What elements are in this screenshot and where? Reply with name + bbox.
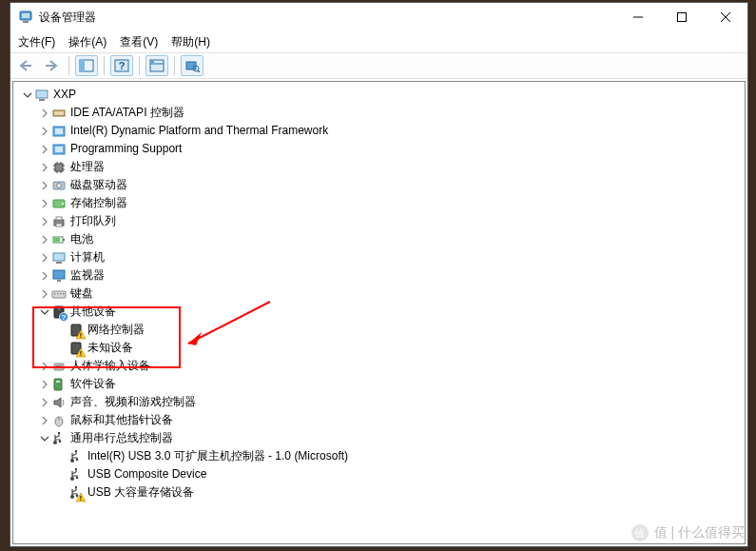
- menubar: 文件(F) 操作(A) 查看(V) 帮助(H): [10, 31, 747, 52]
- tree-item-network-controller[interactable]: ! 网络控制器: [17, 321, 745, 339]
- expand-icon[interactable]: [38, 414, 51, 427]
- tree-item[interactable]: 打印队列: [17, 212, 745, 230]
- disk-icon: [51, 178, 67, 193]
- device-tree[interactable]: XXP IDE ATA/ATAPI 控制器Intel(R) Dynamic Pl…: [13, 82, 745, 505]
- svg-text:!: !: [80, 495, 82, 502]
- hid-icon: [51, 359, 67, 374]
- expand-icon[interactable]: [38, 107, 51, 120]
- svg-rect-2: [23, 21, 29, 23]
- tree-item[interactable]: Programming Support: [17, 140, 745, 158]
- toolbar: ?: [10, 52, 747, 79]
- menu-help[interactable]: 帮助(H): [171, 34, 210, 50]
- expand-icon[interactable]: [38, 305, 51, 319]
- tree-root[interactable]: XXP: [17, 86, 745, 104]
- svg-text:?: ?: [119, 60, 126, 71]
- tree-item[interactable]: 鼠标和其他指针设备: [17, 411, 745, 429]
- expand-icon[interactable]: [38, 378, 51, 391]
- expand-icon[interactable]: [38, 269, 51, 283]
- svg-rect-68: [56, 381, 60, 383]
- tree-item[interactable]: Intel(R) Dynamic Platform and Thermal Fr…: [17, 122, 745, 140]
- window-title: 设备管理器: [39, 10, 616, 26]
- unknown-device-icon: !: [68, 341, 84, 356]
- forward-button[interactable]: [40, 55, 63, 76]
- toolbar-separator: [174, 56, 175, 75]
- tree-label: 监视器: [70, 266, 105, 285]
- expand-icon[interactable]: [38, 143, 51, 156]
- usb-icon: [68, 449, 84, 464]
- help-button[interactable]: ?: [110, 55, 133, 76]
- printer-icon: [51, 214, 67, 229]
- audio-icon: [51, 395, 67, 410]
- expand-icon[interactable]: [38, 197, 51, 210]
- battery-icon: [51, 232, 67, 247]
- tree-item[interactable]: 磁盘驱动器: [17, 176, 745, 194]
- menu-action[interactable]: 操作(A): [68, 34, 107, 50]
- tree-label: USB Composite Device: [87, 465, 206, 483]
- tree-item[interactable]: !USB 大容量存储设备: [17, 483, 745, 502]
- svg-rect-15: [151, 61, 154, 63]
- tree-item-unknown-device[interactable]: ! 未知设备: [17, 339, 745, 357]
- minimize-button[interactable]: [616, 3, 660, 31]
- svg-rect-24: [55, 128, 63, 134]
- close-button[interactable]: [704, 3, 747, 31]
- expand-icon[interactable]: [38, 233, 51, 246]
- tree-item[interactable]: USB Composite Device: [17, 465, 745, 483]
- tree-label: 电池: [70, 230, 93, 248]
- svg-rect-22: [54, 111, 64, 115]
- software-icon: [51, 377, 67, 392]
- toolbar-separator: [68, 56, 69, 75]
- svg-point-56: [58, 308, 60, 310]
- expand-icon[interactable]: [38, 161, 51, 174]
- tree-item[interactable]: 电池: [17, 230, 745, 248]
- svg-rect-42: [56, 224, 62, 226]
- tree-label: Intel(R) USB 3.0 可扩展主机控制器 - 1.0 (Microso…: [87, 447, 348, 465]
- show-hide-tree-button[interactable]: [75, 55, 98, 76]
- tree-item[interactable]: 声音、视频和游戏控制器: [17, 393, 745, 411]
- properties-button[interactable]: [145, 55, 168, 76]
- expand-icon[interactable]: [38, 125, 51, 138]
- tree-item[interactable]: 键盘: [17, 285, 745, 303]
- tree-label: 存储控制器: [70, 194, 127, 212]
- svg-rect-54: [63, 293, 65, 295]
- expand-icon[interactable]: [38, 215, 51, 228]
- tree-item[interactable]: 软件设备: [17, 375, 745, 393]
- tree-label: 其他设备: [70, 303, 116, 321]
- expand-icon[interactable]: [38, 432, 51, 445]
- expand-icon[interactable]: [38, 360, 51, 373]
- svg-rect-66: [56, 365, 62, 368]
- svg-text:?: ?: [62, 313, 67, 322]
- scan-hardware-button[interactable]: [181, 55, 204, 76]
- tree-label: Programming Support: [70, 140, 182, 158]
- svg-rect-76: [75, 450, 77, 452]
- svg-text:!: !: [80, 350, 82, 357]
- back-button[interactable]: [14, 55, 37, 76]
- maximize-button[interactable]: [660, 3, 704, 31]
- tree-item[interactable]: 计算机: [17, 248, 745, 266]
- tree-item[interactable]: 处理器: [17, 158, 745, 176]
- tree-item[interactable]: 存储控制器: [17, 194, 745, 212]
- unknown-device-icon: !: [68, 323, 84, 338]
- tree-item[interactable]: IDE ATA/ATAPI 控制器: [17, 104, 745, 122]
- watermark-logo-icon: 值: [631, 524, 649, 541]
- tree-label: 声音、视频和游戏控制器: [70, 393, 196, 411]
- expand-icon[interactable]: [38, 251, 51, 265]
- svg-rect-27: [55, 164, 63, 171]
- tree-item[interactable]: Intel(R) USB 3.0 可扩展主机控制器 - 1.0 (Microso…: [17, 447, 745, 465]
- tree-label: 鼠标和其他指针设备: [70, 411, 173, 429]
- tree-label: 打印队列: [70, 212, 116, 230]
- expand-icon[interactable]: [38, 287, 51, 301]
- expand-icon[interactable]: [38, 179, 51, 192]
- expand-icon[interactable]: [21, 89, 34, 102]
- menu-view[interactable]: 查看(V): [120, 34, 158, 50]
- tree-category-usb[interactable]: 通用串行总线控制器: [17, 429, 745, 447]
- monitor-icon: [51, 268, 67, 284]
- svg-rect-46: [53, 253, 65, 261]
- expand-icon[interactable]: [38, 396, 51, 409]
- svg-point-39: [62, 203, 64, 205]
- tree-item[interactable]: 人体学输入设备: [17, 357, 745, 375]
- menu-file[interactable]: 文件(F): [18, 34, 55, 50]
- tree-item[interactable]: 监视器: [17, 266, 745, 285]
- tree-category-other-devices[interactable]: ? 其他设备: [17, 303, 745, 321]
- cpu-icon: [51, 160, 67, 175]
- tree-label: 人体学输入设备: [70, 357, 150, 375]
